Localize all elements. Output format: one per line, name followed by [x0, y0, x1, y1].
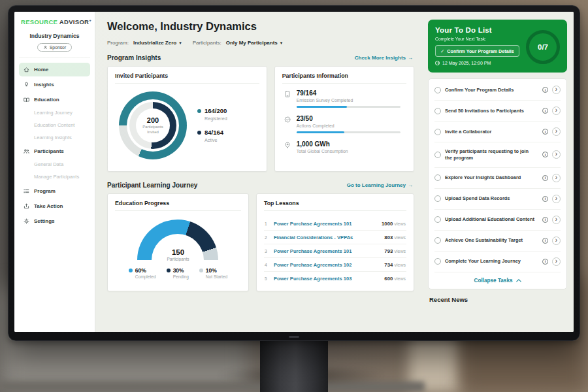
sidebar: RESOURCE ADVISOR+ Industry Dynamics Spon…: [14, 12, 95, 332]
task-item[interactable]: Confirm Your Program Details: [434, 80, 561, 101]
location-pin-icon: [284, 141, 291, 149]
go-to-learning-journey-link[interactable]: Go to Learning Journey: [347, 182, 413, 188]
task-checkbox[interactable]: [434, 195, 441, 202]
program-filter-dropdown[interactable]: Industrialize Zero: [133, 40, 182, 46]
sidebar-item-label: Education Content: [34, 123, 74, 129]
chevron-right-icon[interactable]: [552, 174, 561, 182]
task-item[interactable]: Upload Spend Data Records: [434, 189, 561, 210]
gauge-center-value: 150: [137, 248, 218, 257]
sidebar-item-participants[interactable]: Participants: [19, 144, 90, 158]
task-item[interactable]: Invite a Collaborator: [434, 122, 561, 142]
donut-center-value: 200: [147, 116, 159, 124]
legend-dot-light: [199, 269, 203, 272]
stat-bar-fill: [297, 106, 347, 108]
sidebar-item-label: Manage Participants: [34, 174, 79, 180]
chevron-up-icon: [516, 279, 521, 282]
donut-center: 200 Participants Invited: [136, 108, 170, 142]
info-icon[interactable]: [542, 238, 548, 244]
program-insights-header: Program Insights Check More Insights: [107, 54, 413, 61]
task-item[interactable]: Achieve One Sustainability Target: [434, 231, 561, 252]
sidebar-item-label: Home: [34, 67, 48, 73]
lesson-link[interactable]: Power Purchase Agreements 101: [274, 221, 377, 227]
lesson-link[interactable]: Power Purchase Agreements 102: [274, 262, 380, 268]
chevron-right-icon[interactable]: [552, 150, 561, 159]
info-icon[interactable]: [542, 196, 548, 202]
sidebar-nav: Home Insights Education Learning Journey…: [19, 57, 90, 228]
chevron-right-icon[interactable]: [552, 127, 561, 136]
task-item[interactable]: Verify participants requesting to join t…: [434, 142, 561, 168]
task-checkbox[interactable]: [434, 237, 441, 244]
participants-filter-dropdown[interactable]: Only My Participants: [226, 40, 283, 46]
sidebar-item-label: Insights: [34, 82, 54, 88]
sidebar-item-education[interactable]: Education: [19, 93, 90, 106]
survey-icon: [284, 90, 291, 98]
task-checkbox[interactable]: [434, 87, 441, 93]
task-checkbox[interactable]: [434, 129, 441, 135]
sponsor-badge[interactable]: Sponsor: [37, 43, 72, 52]
bezel-logo: [289, 336, 299, 338]
action-icon: [23, 203, 30, 210]
info-icon[interactable]: [542, 175, 548, 181]
chevron-right-icon[interactable]: [552, 257, 561, 266]
lesson-link[interactable]: Financial Considerations - VPPAs: [274, 235, 380, 240]
sidebar-item-general-data[interactable]: General Data: [19, 159, 90, 171]
sidebar-item-manage-participants[interactable]: Manage Participants: [19, 172, 90, 183]
card-title: Participants Information: [282, 73, 406, 84]
task-checkbox[interactable]: [434, 108, 441, 114]
program-filter-label: Program:: [107, 40, 129, 46]
todo-task-list: Confirm Your Program Details Send 50 Inv…: [428, 78, 567, 289]
sidebar-item-label: Settings: [34, 218, 55, 224]
chevron-right-icon[interactable]: [552, 86, 561, 94]
sidebar-item-insights[interactable]: Insights: [19, 78, 90, 91]
sidebar-item-label: Learning Journey: [34, 110, 73, 116]
sidebar-item-label: Take Action: [34, 203, 63, 209]
info-icon[interactable]: [542, 129, 548, 135]
lesson-link[interactable]: Power Purchase Agreements 101: [274, 248, 380, 254]
chevron-right-icon[interactable]: [552, 195, 561, 203]
sidebar-item-take-action[interactable]: Take Action: [19, 199, 90, 213]
sidebar-item-program[interactable]: Program: [19, 184, 90, 198]
donut-center-label: Participants Invited: [138, 125, 168, 135]
filter-bar: Program: Industrialize Zero Participants…: [107, 40, 414, 46]
learning-cards-row: Education Progress 150 Participants: [107, 193, 414, 291]
lesson-row: 5 Power Purchase Agreements 103 600 view…: [264, 272, 406, 285]
task-checkbox[interactable]: [434, 258, 441, 265]
lightbulb-icon: [23, 81, 30, 88]
info-icon[interactable]: [542, 259, 548, 265]
sidebar-item-label: Learning Insights: [34, 135, 72, 141]
info-icon[interactable]: [542, 87, 548, 93]
task-item[interactable]: Upload Additional Educational Content: [434, 210, 561, 231]
task-item[interactable]: Send 50 Invitations to Participants: [434, 101, 561, 122]
sidebar-item-settings[interactable]: Settings: [19, 214, 90, 228]
info-icon[interactable]: [542, 217, 548, 223]
check-more-insights-link[interactable]: Check More Insights: [355, 55, 413, 61]
participants-information-card: Participants Information 79/164 Emission…: [274, 66, 414, 172]
stat-bar-fill: [297, 131, 344, 133]
task-checkbox[interactable]: [434, 216, 441, 223]
org-name: Industry Dynamics: [19, 33, 90, 39]
book-icon: [23, 96, 30, 103]
chevron-right-icon[interactable]: [552, 216, 561, 224]
sidebar-item-learning-insights[interactable]: Learning Insights: [19, 133, 90, 144]
task-item[interactable]: Complete Your Learning Journey: [434, 252, 561, 272]
info-icon[interactable]: [542, 108, 548, 114]
collapse-tasks-button[interactable]: Collapse Tasks: [434, 272, 561, 286]
lesson-link[interactable]: Power Purchase Agreements 103: [274, 276, 380, 282]
next-task-chip[interactable]: Confirm Your Program Details: [435, 45, 519, 57]
task-checkbox[interactable]: [434, 174, 441, 181]
sidebar-item-home[interactable]: Home: [19, 63, 90, 76]
monitor-stand: [260, 336, 328, 392]
sidebar-item-label: Program: [34, 188, 56, 194]
sidebar-item-learning-journey[interactable]: Learning Journey: [19, 108, 90, 119]
chevron-down-icon: [280, 41, 283, 46]
task-item[interactable]: Explore Your Insights Dashboard: [434, 168, 561, 189]
sidebar-item-education-content[interactable]: Education Content: [19, 120, 90, 131]
education-progress-card: Education Progress 150 Participants: [107, 193, 249, 291]
monitor-frame: RESOURCE ADVISOR+ Industry Dynamics Spon…: [8, 5, 580, 341]
task-checkbox[interactable]: [434, 152, 441, 158]
legend-not-started: 10% Not Started: [199, 267, 227, 279]
chevron-right-icon[interactable]: [552, 106, 561, 115]
chevron-right-icon[interactable]: [552, 237, 561, 245]
info-icon[interactable]: [542, 152, 548, 157]
arrow-right-icon: [408, 55, 413, 61]
